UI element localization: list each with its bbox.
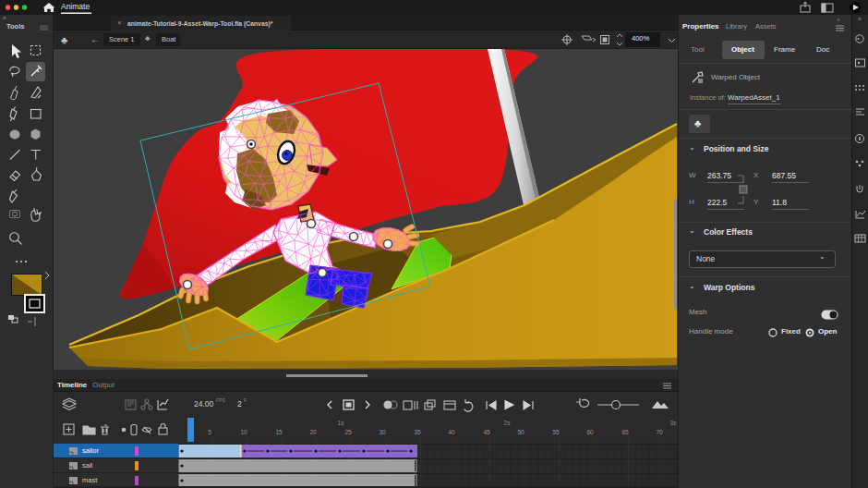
svg-text:3s: 3s — [670, 420, 678, 426]
svg-text:60: 60 — [586, 429, 594, 435]
svg-text:30: 30 — [379, 429, 386, 435]
svg-text:15: 15 — [275, 429, 283, 435]
svg-text:70: 70 — [656, 429, 663, 435]
svg-text:40: 40 — [448, 429, 455, 435]
svg-text:65: 65 — [621, 429, 629, 435]
svg-text:2s: 2s — [504, 420, 512, 426]
svg-text:20: 20 — [309, 429, 317, 435]
svg-text:5: 5 — [208, 429, 211, 435]
svg-text:25: 25 — [344, 429, 352, 435]
svg-text:35: 35 — [414, 429, 421, 435]
svg-text:1s: 1s — [338, 420, 345, 426]
svg-text:10: 10 — [240, 429, 247, 435]
svg-text:45: 45 — [483, 429, 490, 435]
svg-text:55: 55 — [552, 429, 560, 435]
svg-text:50: 50 — [517, 429, 524, 435]
